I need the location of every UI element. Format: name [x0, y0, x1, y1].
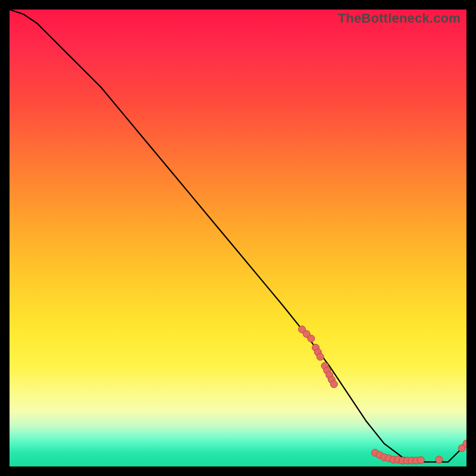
curve-layer [10, 10, 466, 466]
data-point-marker [436, 456, 443, 463]
chart-container: TheBottleneck.com [0, 0, 476, 476]
data-point-marker [417, 456, 424, 464]
data-point-marker [330, 381, 337, 388]
data-point-marker [308, 335, 315, 342]
curve-markers [299, 326, 466, 464]
plot-area: TheBottleneck.com [10, 10, 466, 466]
data-point-marker [317, 353, 324, 361]
bottleneck-curve-line [10, 10, 466, 462]
